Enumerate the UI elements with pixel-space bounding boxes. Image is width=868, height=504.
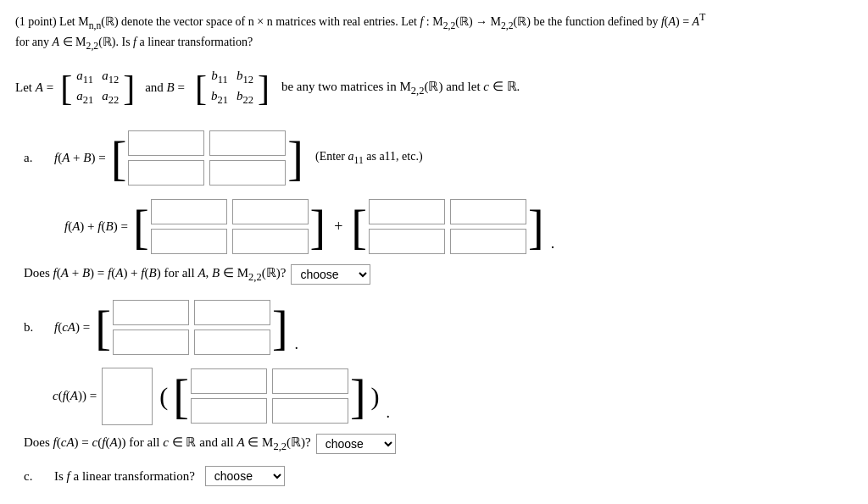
cell-b12: b12 [236,69,254,86]
fAB-row: a. f(A + B) = [ ] (Enter a11 as a11, etc… [24,127,853,189]
bracket-fcA-left: [ [95,304,111,352]
part-a-block: a. f(A + B) = [ ] (Enter a11 as a11, etc… [15,127,853,285]
fA-input-22[interactable] [232,229,309,254]
header-text: (1 point) Let Mn,n(ℝ) denote the vector … [15,15,705,28]
part-c-row: c. Is f a linear transformation? choose … [24,466,853,486]
cfA-input-12[interactable] [272,368,348,394]
bracket-left-B: [ [195,70,207,106]
fcA-matrix: [ ] [95,296,287,358]
plus-sign: + [334,218,342,235]
fA-matrix: [ ] [133,196,326,258]
cfA-input-21[interactable] [191,398,267,424]
part-b-label: b. [24,320,49,335]
cell-a22: a22 [101,89,120,107]
bracket-fA-right: ] [310,203,326,251]
part-c-question: Is f a linear transformation? [54,469,195,484]
bracket-cfA-left: [ [173,373,189,420]
fAB-input-11[interactable] [128,130,204,156]
hint-text: (Enter a11 as a11, etc.) [315,150,423,166]
and-B-text: and B = [145,80,185,95]
period-fAfB: . [551,235,555,258]
choose-a-select[interactable]: choose Yes No [291,264,370,285]
does-a-text: Does f(A + B) = f(A) + f(B) for all A, B… [24,265,286,284]
part-b-block: b. f(cA) = [ ] . c(f(A)) = ( [ [15,296,853,454]
bracket-fAB-left: [ [111,135,127,182]
c-paren-right: ) [371,384,380,409]
bracket-fA-left: [ [133,203,149,251]
bracket-fcA-right: ] [272,304,288,352]
fAB-label: f(A + B) = [54,151,106,165]
bracket-fB-left: [ [351,203,367,251]
cell-b11: b11 [210,69,229,86]
fA-input-21[interactable] [151,229,227,254]
c-paren-left: ( [159,384,168,409]
header-line2: for any A ∈ M2,2(ℝ). Is f a linear trans… [15,36,253,48]
cell-a11: a11 [75,69,94,86]
problem-header: (1 point) Let Mn,n(ℝ) denote the vector … [15,10,853,53]
fAB-input-22[interactable] [209,160,286,186]
bracket-right-A: ] [123,70,135,106]
choose-c-select[interactable]: choose Yes No [205,466,285,486]
fA-fB-label: f(A) + f(B) = [64,219,128,234]
cfA-label: c(f(A)) = [53,389,97,403]
bracket-left-A: [ [60,70,72,106]
fA-fB-row: f(A) + f(B) = [ ] + [ ] . [64,196,853,258]
part-a-label: a. [24,151,49,165]
fAB-input-21[interactable] [128,160,204,186]
cfA-input-22[interactable] [272,398,348,424]
fB-matrix: [ ] [351,196,543,258]
cell-b21: b21 [210,89,229,107]
fcA-input-12[interactable] [194,300,270,325]
part-c-block: c. Is f a linear transformation? choose … [15,466,853,486]
fB-input-22[interactable] [450,229,526,254]
let-suffix: be any two matrices in M2,2(ℝ) and let c… [281,79,520,97]
choose-b-select[interactable]: choose Yes No [316,434,396,454]
bracket-fB-right: ] [528,203,544,251]
does-b-row: Does f(cA) = c(f(A)) for all c ∈ ℝ and a… [24,434,853,454]
part-c-label: c. [24,469,49,484]
cfA-input-11[interactable] [191,368,267,394]
fcA-label: f(cA) = [54,320,90,335]
fcA-input-11[interactable] [113,300,189,325]
cell-a12: a12 [101,69,120,86]
cfA-row: c(f(A)) = ( [ ] ) . [53,365,853,427]
let-prefix: Let A = [15,80,53,95]
does-a-row: Does f(A + B) = f(A) + f(B) for all A, B… [24,264,853,285]
bracket-fAB-right: ] [287,135,303,182]
fB-input-21[interactable] [369,229,445,254]
bracket-right-B: ] [258,70,270,106]
fA-input-11[interactable] [151,199,227,224]
cell-b22: b22 [236,89,254,107]
fA-input-12[interactable] [232,199,309,224]
period-cfA: . [387,404,391,427]
fAB-input-12[interactable] [209,130,286,156]
cell-a21: a21 [75,89,94,107]
c-scalar-input[interactable] [102,368,153,425]
cfA-matrix: [ ] [173,365,365,427]
fAB-matrix: [ ] [111,127,303,189]
fcA-row: b. f(cA) = [ ] . [24,296,853,358]
matrix-A: [ a11 a12 a21 a22 ] [60,65,135,110]
does-b-text: Does f(cA) = c(f(A)) for all c ∈ ℝ and a… [24,435,311,453]
bracket-cfA-right: ] [350,373,366,420]
fcA-input-22[interactable] [194,330,270,355]
matrix-B: [ b11 b12 b21 b22 ] [195,65,270,110]
fB-input-12[interactable] [450,199,526,224]
let-row: Let A = [ a11 a12 a21 a22 ] and B = [ b1… [15,65,853,110]
fB-input-11[interactable] [369,199,445,224]
period-fcA: . [295,335,299,358]
fcA-input-21[interactable] [113,330,189,355]
